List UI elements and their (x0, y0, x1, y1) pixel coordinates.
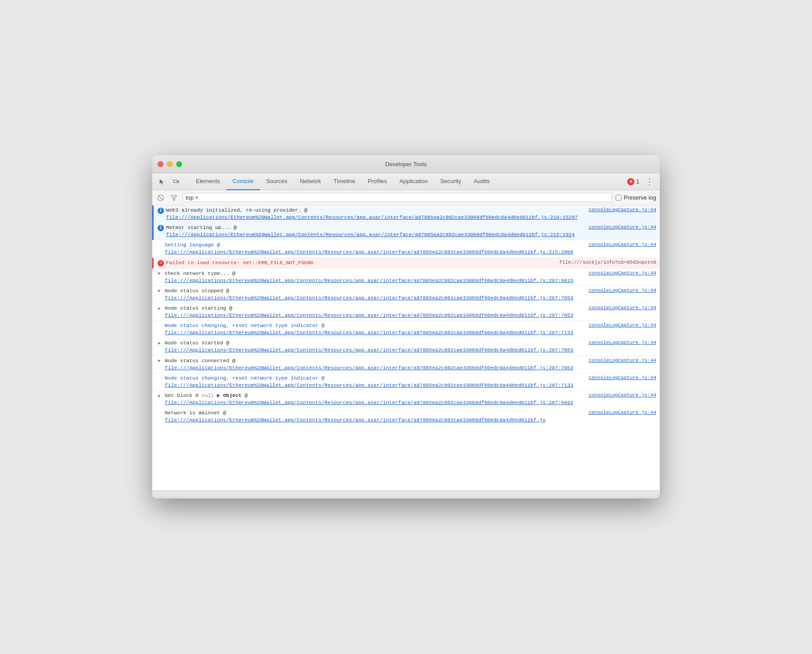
close-button[interactable] (158, 161, 163, 167)
preserve-log-toggle[interactable]: Preserve log (616, 194, 656, 201)
log-link[interactable]: file:///Applications/Ethereum%20Wallet.a… (165, 365, 573, 371)
expand-icon: ▶ (156, 340, 163, 347)
empty-icon (156, 375, 163, 382)
preserve-log-checkbox[interactable] (616, 195, 621, 200)
svg-rect-0 (174, 180, 177, 183)
log-entry: Node status changing, reset network type… (152, 373, 660, 391)
toolbar-left (156, 176, 183, 187)
log-link[interactable]: file:///Applications/Ethereum%20Wallet.a… (165, 382, 573, 388)
log-content: Node status connected @ file:///Applicat… (165, 357, 581, 372)
log-source[interactable]: consoleLogCapture.js:44 (581, 375, 656, 381)
console-output: i Web3 already initialized, re-using pro… (152, 205, 660, 490)
error-badge-icon: ✕ (627, 178, 634, 185)
log-content: Node status stopped @ file:///Applicatio… (165, 287, 581, 302)
error-count-badge: ✕ 1 (627, 178, 639, 185)
maximize-button[interactable] (176, 161, 182, 167)
pointer-tool-button[interactable] (156, 176, 168, 187)
toolbar-right: ✕ 1 ⋮ (627, 177, 656, 187)
log-content: Setting language @ file:///Applications/… (165, 241, 581, 256)
window-title: Developer Tools (386, 161, 427, 168)
log-content: Node status changing, reset network type… (165, 322, 581, 336)
filter-input-wrapper: top ▼ (183, 193, 612, 202)
log-content: Web3 already initialized, re-using provi… (166, 207, 581, 221)
log-entry: ▶ Node status starting @ file:///Applica… (152, 303, 660, 321)
bottom-bar (152, 490, 660, 499)
log-content: Node status changing, reset network type… (165, 375, 581, 389)
error-count: 1 (636, 179, 639, 185)
filter-dropdown-arrow[interactable]: ▼ (195, 195, 199, 200)
log-content: Network is mainnet @ file:///Application… (165, 409, 581, 424)
log-source[interactable]: consoleLogCapture.js:44 (581, 357, 656, 364)
log-link[interactable]: file:///Applications/Ethereum%20Wallet.a… (165, 312, 573, 318)
log-entry: Node status changing, reset network type… (152, 321, 660, 338)
log-entry: ▶ Node status connected @ file:///Applic… (152, 356, 660, 373)
info-icon: i (157, 225, 164, 232)
tab-application[interactable]: Application (393, 173, 434, 190)
preserve-log-label: Preserve log (624, 194, 656, 201)
console-bar: top ▼ Preserve log (152, 190, 660, 205)
log-link[interactable]: file:///Applications/Ethereum%20Wallet.a… (165, 295, 573, 301)
log-link[interactable]: file:///Applications/Ethereum%20Wallet.a… (166, 232, 575, 237)
log-link[interactable]: file:///Applications/Ethereum%20Wallet.a… (165, 278, 573, 283)
tab-timeline[interactable]: Timeline (327, 173, 361, 190)
devtools-window: Developer Tools Elements Console Sources… (152, 155, 660, 499)
expand-icon: ▶ (156, 305, 163, 312)
filter-button[interactable] (169, 193, 179, 203)
tab-sources[interactable]: Sources (260, 173, 294, 190)
log-source[interactable]: consoleLogCapture.js:44 (581, 305, 656, 311)
log-source[interactable]: consoleLogCapture.js:44 (581, 224, 656, 231)
expand-icon: ▶ (156, 270, 163, 278)
log-source[interactable]: consoleLogCapture.js:44 (581, 409, 656, 416)
log-content: Failed to load resource: net::ERR_FILE_N… (166, 259, 552, 266)
log-entry-error: ✕ Failed to load resource: net::ERR_FILE… (152, 258, 660, 269)
info-icon: i (157, 207, 164, 214)
tab-audits[interactable]: Audits (467, 173, 496, 190)
log-source[interactable]: consoleLogCapture.js:44 (581, 270, 656, 277)
log-source[interactable]: consoleLogCapture.js:44 (581, 392, 656, 399)
filter-select-value[interactable]: top (186, 194, 194, 201)
log-entry: i Meteor starting up... @ file:///Applic… (152, 223, 660, 240)
log-content: Node status started @ file:///Applicatio… (165, 339, 581, 354)
log-link[interactable]: file:///Applications/Ethereum%20Wallet.a… (165, 347, 573, 353)
tab-network[interactable]: Network (294, 173, 328, 190)
log-entry: i Web3 already initialized, re-using pro… (152, 205, 660, 223)
tab-elements[interactable]: Elements (190, 173, 226, 190)
log-link[interactable]: file:///Applications/Ethereum%20Wallet.a… (165, 417, 546, 423)
log-source[interactable]: consoleLogCapture.js:44 (581, 287, 656, 294)
log-content: Check network type... @ file:///Applicat… (165, 270, 581, 284)
svg-marker-4 (171, 196, 177, 200)
log-entry: Setting language @ file:///Applications/… (152, 240, 660, 258)
expand-icon: ▶ (156, 392, 163, 400)
log-entry: ▶ Node status started @ file:///Applicat… (152, 338, 660, 356)
log-content: Meteor starting up... @ file:///Applicat… (166, 224, 581, 238)
svg-line-3 (159, 196, 162, 200)
clear-console-button[interactable] (156, 193, 166, 203)
log-source[interactable]: consoleLogCapture.js:44 (581, 339, 656, 346)
minimize-button[interactable] (167, 161, 173, 167)
log-content: Node status starting @ file:///Applicati… (165, 305, 581, 319)
empty-icon (156, 242, 163, 249)
svg-rect-1 (178, 181, 179, 183)
titlebar: Developer Tools (152, 155, 660, 173)
log-source[interactable]: file:///sockjs/info?cb=95d3npxtn8 (552, 259, 656, 266)
error-icon: ✕ (157, 260, 164, 267)
tab-profiles[interactable]: Profiles (361, 173, 393, 190)
tab-security[interactable]: Security (434, 173, 467, 190)
empty-icon (156, 323, 163, 330)
traffic-lights (158, 161, 182, 167)
empty-icon (156, 410, 163, 417)
expand-icon: ▶ (156, 288, 163, 295)
device-mode-button[interactable] (170, 176, 183, 187)
log-link[interactable]: file:///Applications/Ethereum%20Wallet.a… (165, 400, 573, 405)
log-link[interactable]: file:///Applications/Ethereum%20Wallet.a… (165, 330, 573, 335)
log-content: Get block 0 null ▶ Object @ file:///Appl… (165, 392, 581, 406)
log-link[interactable]: file:///Applications/Ethereum%20Wallet.a… (165, 249, 573, 255)
log-source[interactable]: consoleLogCapture.js:44 (581, 207, 656, 213)
log-entry: Network is mainnet @ file:///Application… (152, 408, 660, 425)
log-link[interactable]: file:///Applications/Ethereum%20Wallet.a… (166, 214, 578, 220)
log-entry: ▶ Node status stopped @ file:///Applicat… (152, 286, 660, 303)
log-source[interactable]: consoleLogCapture.js:44 (581, 241, 656, 248)
log-source[interactable]: consoleLogCapture.js:44 (581, 322, 656, 329)
tab-console[interactable]: Console (226, 173, 260, 190)
more-options-button[interactable]: ⋮ (643, 177, 656, 187)
